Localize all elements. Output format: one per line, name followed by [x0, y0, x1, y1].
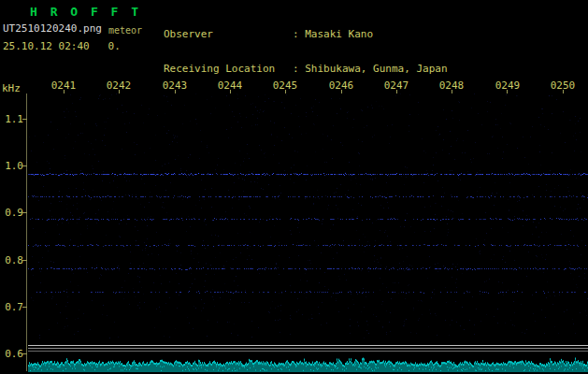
y-tick-label: 0.8	[2, 254, 23, 266]
y-tick-label: 1.1	[2, 113, 23, 125]
timestamp: 25.10.12 02:40 0.	[3, 40, 121, 52]
spectrogram-canvas	[28, 94, 588, 372]
y-axis-tick	[22, 307, 27, 308]
y-tick-label: 0.9	[2, 207, 23, 219]
meta-row-location: Receiving Location: Shibukawa, Gunma, Ja…	[164, 64, 503, 74]
meta-label: Receiving Location	[164, 64, 293, 74]
app-title: H R O F F T	[30, 5, 141, 19]
y-axis-tick	[22, 353, 27, 354]
output-filename: UT2510120240.png	[3, 22, 102, 35]
y-axis-tick	[22, 119, 27, 120]
y-axis-tick	[22, 260, 27, 261]
y-tick-label: 0.7	[2, 301, 23, 313]
y-axis-tick	[22, 212, 27, 213]
meta-value: : Masaki Kano	[293, 28, 373, 40]
observation-mode-label: meteor	[108, 25, 142, 36]
meta-label: Observer	[164, 29, 293, 39]
meta-value: : Shibukawa, Gunma, Japan	[293, 63, 448, 75]
x-tick-label: 0249	[493, 79, 523, 92]
y-axis-line	[26, 94, 27, 371]
y-axis-tick	[22, 165, 27, 166]
y-axis-unit-label: kHz	[2, 82, 21, 94]
meta-row-observer: Observer: Masaki Kano	[164, 29, 503, 39]
y-tick-label: 0.6	[2, 348, 23, 360]
hrofft-screen: H R O F F T UT2510120240.png meteor 25.1…	[0, 0, 588, 374]
y-tick-label: 1.0	[2, 160, 23, 172]
